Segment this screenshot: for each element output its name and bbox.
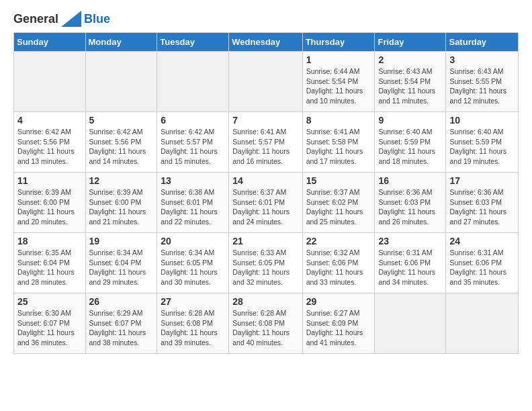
weekday-header-wednesday: Wednesday — [229, 33, 302, 52]
day-number: 8 — [306, 115, 371, 126]
calendar-cell: 26Sunrise: 6:29 AMSunset: 6:07 PMDayligh… — [85, 293, 157, 354]
day-number: 29 — [306, 296, 371, 307]
day-number: 15 — [306, 175, 371, 186]
calendar-cell — [229, 52, 302, 112]
day-number: 20 — [161, 236, 225, 246]
day-content: Sunrise: 6:28 AMSunset: 6:08 PMDaylight:… — [232, 308, 298, 348]
calendar-cell — [14, 52, 86, 112]
day-number: 9 — [378, 115, 442, 126]
calendar-cell: 27Sunrise: 6:28 AMSunset: 6:08 PMDayligh… — [157, 293, 229, 354]
calendar-cell: 18Sunrise: 6:35 AMSunset: 6:04 PMDayligh… — [14, 233, 86, 293]
day-content: Sunrise: 6:42 AMSunset: 5:56 PMDaylight:… — [89, 127, 154, 167]
day-content: Sunrise: 6:42 AMSunset: 5:56 PMDaylight:… — [17, 127, 82, 167]
day-number: 26 — [89, 296, 154, 307]
logo-icon — [61, 11, 81, 27]
day-content: Sunrise: 6:41 AMSunset: 5:58 PMDaylight:… — [306, 127, 371, 167]
calendar-cell: 16Sunrise: 6:36 AMSunset: 6:03 PMDayligh… — [375, 173, 446, 233]
day-number: 23 — [378, 236, 442, 246]
day-content: Sunrise: 6:36 AMSunset: 6:03 PMDaylight:… — [449, 187, 515, 227]
day-number: 24 — [449, 236, 515, 246]
day-number: 16 — [378, 175, 442, 186]
day-content: Sunrise: 6:30 AMSunset: 6:07 PMDaylight:… — [17, 308, 82, 348]
day-content: Sunrise: 6:40 AMSunset: 5:59 PMDaylight:… — [378, 127, 442, 167]
calendar-cell: 6Sunrise: 6:42 AMSunset: 5:57 PMDaylight… — [157, 112, 229, 173]
day-number: 22 — [306, 236, 371, 246]
day-content: Sunrise: 6:44 AMSunset: 5:54 PMDaylight:… — [306, 66, 371, 106]
day-content: Sunrise: 6:29 AMSunset: 6:07 PMDaylight:… — [89, 308, 154, 348]
calendar-cell: 14Sunrise: 6:37 AMSunset: 6:01 PMDayligh… — [229, 173, 302, 233]
calendar-cell — [375, 293, 446, 354]
day-number: 3 — [449, 54, 515, 65]
calendar-cell: 3Sunrise: 6:43 AMSunset: 5:55 PMDaylight… — [446, 52, 519, 112]
calendar-table: SundayMondayTuesdayWednesdayThursdayFrid… — [13, 32, 519, 354]
calendar-cell: 10Sunrise: 6:40 AMSunset: 5:59 PMDayligh… — [446, 112, 519, 173]
day-number: 27 — [161, 296, 225, 307]
week-row-4: 18Sunrise: 6:35 AMSunset: 6:04 PMDayligh… — [14, 233, 519, 293]
day-content: Sunrise: 6:39 AMSunset: 6:00 PMDaylight:… — [89, 187, 154, 227]
calendar-cell: 12Sunrise: 6:39 AMSunset: 6:00 PMDayligh… — [85, 173, 157, 233]
calendar-cell: 28Sunrise: 6:28 AMSunset: 6:08 PMDayligh… — [229, 293, 302, 354]
weekday-header-row: SundayMondayTuesdayWednesdayThursdayFrid… — [14, 33, 519, 52]
calendar-cell: 4Sunrise: 6:42 AMSunset: 5:56 PMDaylight… — [14, 112, 86, 173]
day-content: Sunrise: 6:35 AMSunset: 6:04 PMDaylight:… — [17, 248, 82, 287]
day-content: Sunrise: 6:34 AMSunset: 6:04 PMDaylight:… — [89, 248, 154, 287]
logo-general: General — [13, 12, 58, 26]
calendar-cell: 22Sunrise: 6:32 AMSunset: 6:06 PMDayligh… — [302, 233, 375, 293]
day-number: 7 — [232, 115, 298, 126]
day-number: 10 — [449, 115, 515, 126]
day-content: Sunrise: 6:40 AMSunset: 5:59 PMDaylight:… — [449, 127, 515, 167]
weekday-header-tuesday: Tuesday — [157, 33, 229, 52]
week-row-1: 1Sunrise: 6:44 AMSunset: 5:54 PMDaylight… — [14, 52, 519, 112]
calendar-cell — [446, 293, 519, 354]
calendar-cell: 8Sunrise: 6:41 AMSunset: 5:58 PMDaylight… — [302, 112, 375, 173]
day-number: 14 — [232, 175, 298, 186]
day-number: 6 — [161, 115, 225, 126]
week-row-3: 11Sunrise: 6:39 AMSunset: 6:00 PMDayligh… — [14, 173, 519, 233]
day-content: Sunrise: 6:37 AMSunset: 6:01 PMDaylight:… — [232, 187, 298, 227]
day-number: 2 — [378, 54, 442, 65]
day-content: Sunrise: 6:34 AMSunset: 6:05 PMDaylight:… — [161, 248, 225, 287]
day-content: Sunrise: 6:31 AMSunset: 6:06 PMDaylight:… — [378, 248, 442, 287]
day-number: 21 — [232, 236, 298, 246]
calendar-cell: 20Sunrise: 6:34 AMSunset: 6:05 PMDayligh… — [157, 233, 229, 293]
day-content: Sunrise: 6:32 AMSunset: 6:06 PMDaylight:… — [306, 248, 371, 287]
day-number: 12 — [89, 175, 154, 186]
calendar-cell: 7Sunrise: 6:41 AMSunset: 5:57 PMDaylight… — [229, 112, 302, 173]
weekday-header-sunday: Sunday — [14, 33, 86, 52]
day-number: 25 — [17, 296, 82, 307]
weekday-header-thursday: Thursday — [302, 33, 375, 52]
day-content: Sunrise: 6:43 AMSunset: 5:54 PMDaylight:… — [378, 66, 442, 106]
calendar-cell: 19Sunrise: 6:34 AMSunset: 6:04 PMDayligh… — [85, 233, 157, 293]
day-content: Sunrise: 6:38 AMSunset: 6:01 PMDaylight:… — [161, 187, 225, 227]
day-number: 19 — [89, 236, 154, 246]
day-content: Sunrise: 6:42 AMSunset: 5:57 PMDaylight:… — [161, 127, 225, 167]
day-content: Sunrise: 6:43 AMSunset: 5:55 PMDaylight:… — [449, 66, 515, 106]
weekday-header-saturday: Saturday — [446, 33, 519, 52]
day-content: Sunrise: 6:36 AMSunset: 6:03 PMDaylight:… — [378, 187, 442, 227]
day-content: Sunrise: 6:33 AMSunset: 6:05 PMDaylight:… — [232, 248, 298, 287]
calendar-cell: 11Sunrise: 6:39 AMSunset: 6:00 PMDayligh… — [14, 173, 86, 233]
day-number: 1 — [306, 54, 371, 65]
day-number: 11 — [17, 175, 82, 186]
day-content: Sunrise: 6:37 AMSunset: 6:02 PMDaylight:… — [306, 187, 371, 227]
day-number: 17 — [449, 175, 515, 186]
calendar-cell: 25Sunrise: 6:30 AMSunset: 6:07 PMDayligh… — [14, 293, 86, 354]
day-number: 13 — [161, 175, 225, 186]
calendar-cell — [157, 52, 229, 112]
calendar-cell: 13Sunrise: 6:38 AMSunset: 6:01 PMDayligh… — [157, 173, 229, 233]
day-number: 4 — [17, 115, 82, 126]
day-content: Sunrise: 6:41 AMSunset: 5:57 PMDaylight:… — [232, 127, 298, 167]
day-content: Sunrise: 6:39 AMSunset: 6:00 PMDaylight:… — [17, 187, 82, 227]
calendar-cell: 17Sunrise: 6:36 AMSunset: 6:03 PMDayligh… — [446, 173, 519, 233]
weekday-header-friday: Friday — [375, 33, 446, 52]
svg-marker-0 — [61, 11, 81, 27]
calendar-cell: 15Sunrise: 6:37 AMSunset: 6:02 PMDayligh… — [302, 173, 375, 233]
calendar-cell: 9Sunrise: 6:40 AMSunset: 5:59 PMDaylight… — [375, 112, 446, 173]
day-content: Sunrise: 6:31 AMSunset: 6:06 PMDaylight:… — [449, 248, 515, 287]
calendar-cell: 1Sunrise: 6:44 AMSunset: 5:54 PMDaylight… — [302, 52, 375, 112]
calendar-cell: 2Sunrise: 6:43 AMSunset: 5:54 PMDaylight… — [375, 52, 446, 112]
logo-blue: Blue — [84, 12, 110, 26]
day-number: 5 — [89, 115, 154, 126]
week-row-2: 4Sunrise: 6:42 AMSunset: 5:56 PMDaylight… — [14, 112, 519, 173]
calendar-cell: 21Sunrise: 6:33 AMSunset: 6:05 PMDayligh… — [229, 233, 302, 293]
